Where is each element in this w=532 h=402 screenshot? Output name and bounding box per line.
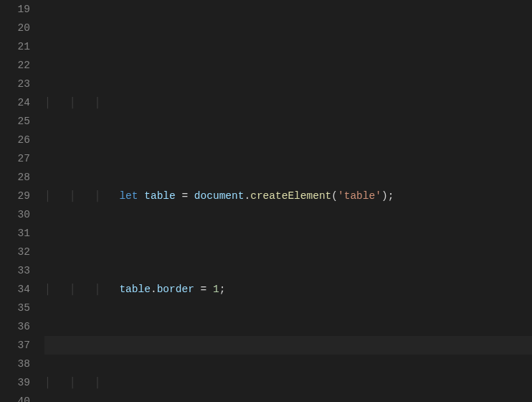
line-number: 28 (0, 168, 30, 187)
line-number: 24 (0, 93, 30, 112)
operator-assign: = (176, 190, 194, 202)
current-line-highlight (44, 336, 532, 355)
number-literal: 1 (213, 284, 219, 295)
code-content[interactable]: │ │ │ │ │ │ let table = document.createE… (44, 0, 532, 402)
line-number: 33 (0, 261, 30, 280)
line-number: 40 (0, 392, 30, 402)
line-number-gutter: 19 20 21 22 23 24 25 26 27 28 29 30 31 3… (0, 0, 44, 402)
code-editor[interactable]: 19 20 21 22 23 24 25 26 27 28 29 30 31 3… (0, 0, 532, 402)
line-number: 31 (0, 224, 30, 243)
string-literal: 'table' (338, 190, 381, 202)
line-number: 35 (0, 299, 30, 317)
line-number: 34 (0, 280, 30, 299)
line-number: 23 (0, 75, 30, 93)
line-number: 32 (0, 243, 30, 261)
property-border: border (157, 284, 194, 295)
keyword-let: let (119, 190, 138, 202)
code-line[interactable]: │ │ │ let table = document.createElement… (44, 187, 532, 205)
line-number: 22 (0, 56, 30, 75)
line-number: 38 (0, 355, 30, 373)
code-line[interactable]: │ │ │ table.border = 1; (44, 280, 532, 299)
line-number: 39 (0, 373, 30, 392)
line-number: 37 (0, 336, 30, 355)
line-number: 36 (0, 317, 30, 336)
line-number: 30 (0, 205, 30, 224)
line-number: 25 (0, 112, 30, 131)
code-line[interactable]: │ │ │ (44, 373, 532, 392)
line-number: 19 (0, 0, 30, 19)
line-number: 26 (0, 131, 30, 149)
code-line[interactable]: │ │ │ (44, 93, 532, 112)
object-document: document (194, 190, 244, 202)
method-createElement: createElement (250, 190, 331, 202)
line-number: 20 (0, 19, 30, 37)
variable-table: table (144, 190, 176, 202)
line-number: 21 (0, 37, 30, 56)
line-number: 27 (0, 149, 30, 168)
line-number: 29 (0, 187, 30, 205)
